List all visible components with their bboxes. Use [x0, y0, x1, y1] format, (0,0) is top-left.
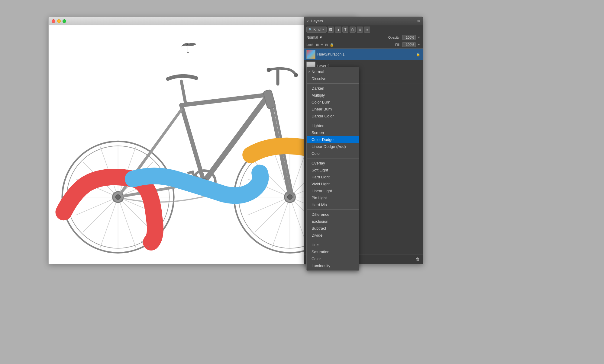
blend-mode-exclusion[interactable]: Exclusion — [307, 218, 359, 225]
blend-mode-color-burn[interactable]: Color Burn — [307, 99, 359, 106]
fill-row: Lock: ⊞ ✛ ⊠ 🔒 Fill: 100% ▼ — [304, 41, 423, 49]
layers-titlebar: ✕ Layers ≪ — [304, 17, 423, 25]
layers-panel-title: Layers — [311, 19, 323, 23]
opacity-label: Opacity: — [388, 36, 400, 39]
layer-lock-icon: 🔒 — [416, 53, 420, 56]
fill-chevron-icon[interactable]: ▼ — [418, 43, 420, 46]
separator-1 — [307, 83, 359, 84]
kind-chevron-icon: ▼ — [322, 28, 325, 31]
lock-position-icon[interactable]: ✛ — [321, 43, 323, 47]
blend-mode-hue[interactable]: Hue — [307, 241, 359, 248]
svg-point-36 — [294, 73, 298, 77]
blend-mode-linear-dodge[interactable]: Linear Dodge (Add) — [307, 143, 359, 150]
blend-mode-color-dodge[interactable]: Color Dodge — [307, 136, 359, 143]
maximize-button[interactable] — [63, 19, 66, 23]
layer-thumb-hue-sat — [306, 50, 315, 59]
svg-point-35 — [267, 68, 271, 72]
fill-value[interactable]: 100% — [402, 42, 416, 47]
blend-mode-normal[interactable]: Normal — [307, 68, 359, 75]
lock-artboard-icon[interactable]: ⊠ — [325, 43, 328, 47]
blend-mode-dissolve[interactable]: Dissolve — [307, 75, 359, 82]
layer-name-hue-sat: Hue/Saturation 1 — [317, 52, 344, 56]
shape-filter-icon[interactable]: ⬡ — [350, 27, 356, 33]
blend-mode-multiply[interactable]: Multiply — [307, 92, 359, 99]
lock-label: Lock: — [306, 43, 314, 46]
blend-mode-darken[interactable]: Darken — [307, 85, 359, 92]
blend-mode-darker-color[interactable]: Darker Color — [307, 113, 359, 120]
blend-mode-luminosity[interactable]: Luminosity — [307, 262, 359, 269]
blend-mode-difference[interactable]: Difference — [307, 211, 359, 218]
opacity-chevron-icon[interactable]: ▼ — [418, 36, 420, 39]
kind-label: Kind — [313, 27, 321, 32]
blend-mode-hard-light[interactable]: Hard Light — [307, 174, 359, 180]
separator-3 — [307, 158, 359, 158]
blend-mode-overlay[interactable]: Overlay — [307, 160, 359, 167]
pixel-filter-icon[interactable]: ● — [364, 27, 370, 33]
panel-close-icon[interactable]: ✕ — [306, 20, 309, 23]
search-icon: 🔍 — [308, 28, 312, 31]
svg-point-49 — [147, 246, 149, 248]
blend-mode-subtract[interactable]: Subtract — [307, 225, 359, 232]
blend-mode-vivid-light[interactable]: Vivid Light — [307, 180, 359, 187]
image-filter-icon[interactable]: 🖼 — [328, 27, 334, 33]
layers-panel: ✕ Layers ≪ 🔍 Kind ▼ 🖼 ◑ T ⬡ ⊞ ● Normal ▼… — [304, 17, 423, 264]
lock-pixels-icon[interactable]: ⊞ — [316, 43, 319, 47]
adjustment-filter-icon[interactable]: ◑ — [335, 27, 341, 33]
svg-point-44 — [287, 195, 292, 200]
blend-mode-divide[interactable]: Divide — [307, 232, 359, 239]
blend-mode-linear-burn[interactable]: Linear Burn — [307, 106, 359, 113]
separator-2 — [307, 121, 359, 121]
layer-item-hue-sat[interactable]: Hue/Saturation 1 🔒 — [304, 49, 423, 60]
blend-mode-pin-light[interactable]: Pin Light — [307, 194, 359, 201]
blend-mode-current[interactable]: Normal ▼ — [306, 35, 323, 40]
close-button[interactable] — [52, 19, 55, 23]
blend-mode-dropdown: Normal Dissolve Darken Multiply Color Bu… — [306, 67, 359, 271]
fill-label: Fill: — [395, 43, 400, 46]
blend-mode-hard-mix[interactable]: Hard Mix — [307, 201, 359, 208]
text-filter-icon[interactable]: T — [342, 27, 348, 33]
separator-5 — [307, 240, 359, 240]
minimize-button[interactable] — [57, 19, 61, 23]
layers-toolbar: 🔍 Kind ▼ 🖼 ◑ T ⬡ ⊞ ● — [304, 25, 423, 34]
blend-mode-lighten[interactable]: Lighten — [307, 122, 359, 129]
blend-mode-saturation[interactable]: Saturation — [307, 248, 359, 255]
delete-layer-icon[interactable]: 🗑 — [415, 257, 420, 262]
blend-mode-soft-light[interactable]: Soft Light — [307, 167, 359, 174]
svg-point-45 — [116, 195, 121, 200]
blend-mode-screen[interactable]: Screen — [307, 129, 359, 136]
svg-point-48 — [141, 241, 143, 244]
separator-4 — [307, 209, 359, 210]
kind-dropdown[interactable]: 🔍 Kind ▼ — [306, 27, 327, 33]
opacity-row: Normal ▼ Opacity: 100% ▼ — [304, 34, 423, 41]
panel-collapse-icon[interactable]: ≪ — [417, 19, 420, 23]
opacity-value[interactable]: 100% — [402, 35, 416, 40]
smart-filter-icon[interactable]: ⊞ — [357, 27, 363, 33]
lock-all-icon[interactable]: 🔒 — [330, 43, 334, 47]
blend-mode-color-group3[interactable]: Color — [307, 150, 359, 157]
blend-mode-linear-light[interactable]: Linear Light — [307, 187, 359, 194]
blend-mode-color[interactable]: Color — [307, 255, 359, 262]
